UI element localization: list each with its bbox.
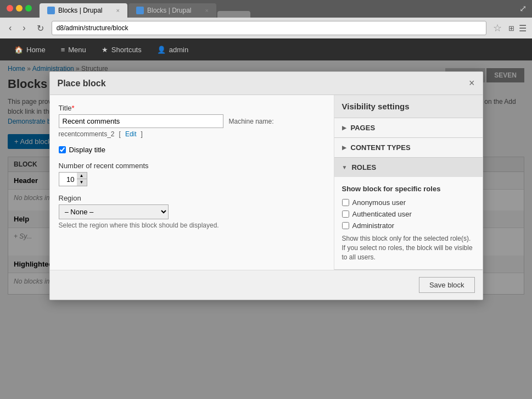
spinner-buttons: ▲ ▼ [77, 173, 87, 186]
menu-nav-icon: ≡ [61, 46, 65, 54]
visibility-title: Visibility settings [342, 102, 475, 111]
roles-section-title: Show block for specific roles [342, 185, 475, 193]
roles-arrow: ▼ [342, 164, 348, 170]
modal-overlay: Place block × Title* Machine name: [0, 60, 532, 399]
region-label: Region [59, 194, 325, 202]
roles-label: ROLES [351, 163, 376, 171]
machine-name-prefix: Machine name: [229, 118, 274, 125]
modal-form: Title* Machine name: recentcomments_2 [E… [50, 95, 334, 270]
toolbar-admin-label: admin [169, 46, 188, 54]
administrator-row: Administrator [342, 221, 475, 230]
region-select[interactable]: – None – Header Help Highlighted Feature… [59, 204, 169, 219]
recent-comments-label: Number of recent comments [59, 162, 325, 170]
bookmark-icon[interactable]: ☆ [493, 22, 502, 34]
modal-header: Place block × [50, 72, 483, 95]
maximize-icon[interactable]: ⤢ [519, 3, 527, 14]
browser-tab-1[interactable]: Blocks | Drupal × [40, 3, 127, 18]
toolbar-shortcuts-label: Shortcuts [111, 46, 142, 54]
administrator-label: Administrator [352, 221, 395, 230]
traffic-light-yellow[interactable] [16, 5, 23, 12]
roles-accordion: ▼ ROLES Show block for specific roles An… [334, 158, 483, 270]
modal-footer: Save block [50, 270, 483, 300]
region-group: Region – None – Header Help Highlighted … [59, 194, 325, 229]
pages-arrow: ▶ [342, 125, 346, 131]
menu-icon[interactable]: ☰ [519, 23, 527, 34]
region-help-text: Select the region where this block shoul… [59, 221, 325, 229]
traffic-light-green[interactable] [25, 5, 32, 12]
recent-comments-group: Number of recent comments ▲ ▼ [59, 162, 325, 186]
modal-close-button[interactable]: × [469, 77, 475, 89]
visibility-panel: Visibility settings ▶ PAGES ▶ CONTENT T [334, 95, 483, 270]
machine-name-value: recentcomments_2 [59, 130, 115, 138]
content-types-accordion: ▶ CONTENT TYPES [334, 138, 483, 158]
toolbar-menu[interactable]: ≡ Menu [53, 38, 94, 60]
content-types-label: CONTENT TYPES [351, 143, 411, 152]
toolbar-menu-label: Menu [68, 46, 86, 54]
user-icon: 👤 [157, 46, 166, 54]
authenticated-user-checkbox[interactable] [342, 210, 349, 218]
toolbar-shortcuts[interactable]: ★ Shortcuts [94, 38, 149, 60]
browser-tab-2[interactable]: Blocks | Drupal × [128, 3, 216, 18]
content-types-arrow: ▶ [342, 145, 346, 151]
place-block-modal: Place block × Title* Machine name: [49, 71, 483, 300]
content-types-accordion-header[interactable]: ▶ CONTENT TYPES [334, 138, 483, 157]
roles-help-text: Show this block only for the selected ro… [342, 234, 475, 262]
recent-comments-input[interactable] [59, 174, 77, 185]
pages-accordion: ▶ PAGES [334, 118, 483, 138]
spinner-up-button[interactable]: ▲ [77, 173, 87, 179]
modal-body: Title* Machine name: recentcomments_2 [E… [50, 95, 483, 270]
pages-label: PAGES [351, 124, 376, 132]
toolbar-admin[interactable]: 👤 admin [149, 38, 196, 60]
page-area: Home » Administration » Structure Blocks… [0, 60, 532, 399]
title-input[interactable] [59, 114, 223, 128]
authenticated-user-row: Authenticated user [342, 210, 475, 218]
roles-accordion-content: Show block for specific roles Anonymous … [334, 177, 483, 269]
browser-tab-3[interactable] [217, 11, 250, 18]
administrator-checkbox[interactable] [342, 222, 349, 229]
save-block-button[interactable]: Save block [419, 277, 475, 293]
display-title-checkbox[interactable] [59, 146, 66, 153]
toolbar-home-label: Home [26, 46, 46, 54]
tab-favicon-2 [136, 7, 144, 14]
anonymous-user-row: Anonymous user [342, 198, 475, 207]
drupal-toolbar: 🏠 Home ≡ Menu ★ Shortcuts 👤 admin [0, 38, 532, 60]
tab-close-1[interactable]: × [116, 7, 120, 14]
display-title-row: Display title [59, 146, 325, 154]
tab-label-2: Blocks | Drupal [147, 7, 191, 14]
authenticated-user-label: Authenticated user [352, 210, 412, 218]
pages-accordion-header[interactable]: ▶ PAGES [334, 118, 483, 137]
modal-title: Place block [58, 79, 106, 88]
title-group: Title* Machine name: recentcomments_2 [E… [59, 104, 325, 138]
required-indicator: * [72, 104, 75, 112]
forward-button[interactable]: › [19, 22, 29, 34]
address-bar[interactable] [52, 21, 486, 35]
toolbar-home[interactable]: 🏠 Home [7, 38, 53, 60]
tab-label-1: Blocks | Drupal [58, 7, 102, 14]
roles-accordion-header[interactable]: ▼ ROLES [334, 158, 483, 177]
anonymous-user-checkbox[interactable] [342, 199, 349, 206]
display-title-label: Display title [69, 146, 105, 154]
machine-name-row: recentcomments_2 [Edit] [59, 130, 325, 138]
anonymous-user-label: Anonymous user [352, 198, 406, 207]
recent-comments-spinner: ▲ ▼ [59, 172, 87, 186]
title-label: Title* [59, 104, 325, 112]
spinner-down-button[interactable]: ▼ [77, 179, 87, 186]
star-icon: ★ [102, 46, 108, 54]
extensions-icon[interactable]: ⊞ [508, 24, 514, 32]
visibility-header: Visibility settings [334, 95, 483, 118]
back-button[interactable]: ‹ [5, 22, 15, 34]
browser-controls: ‹ › ↻ ☆ ⊞ ☰ [0, 18, 532, 38]
reload-button[interactable]: ↻ [33, 22, 47, 35]
traffic-light-red[interactable] [7, 5, 13, 12]
tab-close-2[interactable]: × [205, 7, 209, 14]
tab-favicon-1 [47, 7, 55, 14]
machine-name-edit[interactable]: Edit [125, 130, 137, 138]
home-icon: 🏠 [14, 46, 23, 54]
